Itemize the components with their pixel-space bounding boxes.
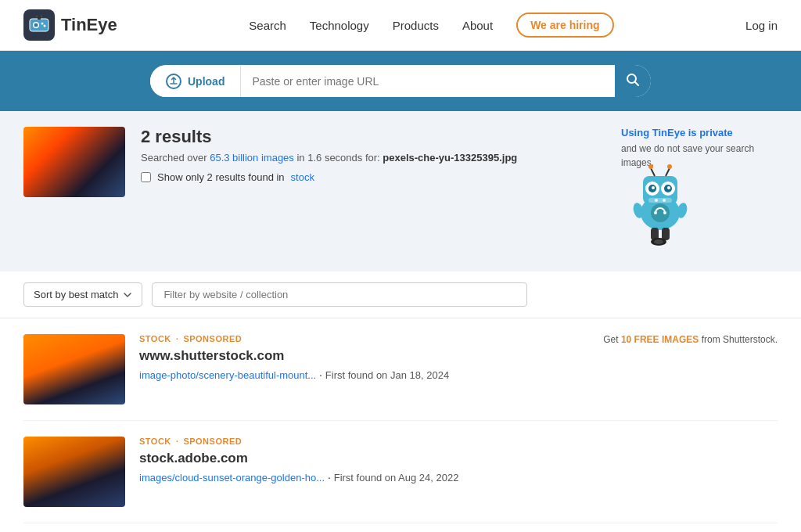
result-tags-2: STOCK · SPONSORED — [139, 437, 242, 446]
svg-point-17 — [667, 186, 670, 189]
logo-text: TinEye — [61, 15, 117, 35]
results-summary-area: 2 results Searched over 65.3 billion ima… — [0, 111, 801, 271]
svg-point-23 — [655, 199, 658, 202]
stock-checkbox-label: Show only 2 results found in stock — [141, 171, 517, 183]
result-item-info-2: STOCK · SPONSORED stock.adobe.com images… — [139, 437, 778, 483]
robot-illustration — [621, 154, 699, 248]
stock-checkbox[interactable] — [141, 172, 151, 182]
svg-point-7 — [41, 16, 42, 17]
svg-point-16 — [652, 186, 655, 189]
dot-separator-2: · — [176, 437, 179, 446]
chevron-down-icon — [123, 290, 132, 300]
svg-point-4 — [44, 25, 46, 27]
result-tags-1: STOCK · SPONSORED — [139, 334, 242, 343]
sponsored-note-1: Get 10 FREE IMAGES from Shutterstock. — [603, 334, 778, 345]
result-path-date-1: image-photo/scenery-beautiful-mount... ·… — [139, 368, 778, 381]
result-path-link-2[interactable]: images/cloud-sunset-orange-golden-ho... — [139, 472, 325, 483]
result-tag2-2: SPONSORED — [183, 437, 242, 446]
checkbox-label-text: Show only 2 results found in — [157, 171, 285, 183]
results-right: Using TinEye is private and we do not sa… — [621, 127, 778, 248]
svg-point-21 — [667, 164, 672, 169]
searched-suffix: in 1.6 seconds for: — [294, 152, 383, 164]
result-date-separator-2: · — [328, 471, 334, 483]
result-path-date-2: images/cloud-sunset-orange-golden-ho... … — [139, 471, 778, 483]
search-submit-button[interactable] — [615, 65, 651, 97]
site-header: TinEye Search Technology Products About … — [0, 0, 801, 51]
svg-rect-22 — [648, 198, 672, 203]
svg-point-24 — [663, 199, 666, 202]
url-input[interactable] — [241, 67, 615, 95]
svg-point-27 — [663, 211, 666, 214]
svg-line-18 — [651, 168, 655, 176]
nav-technology[interactable]: Technology — [310, 19, 369, 32]
result-item: STOCK · SPONSORED Get 10 FREE IMAGES fro… — [23, 318, 778, 421]
results-list: STOCK · SPONSORED Get 10 FREE IMAGES fro… — [0, 318, 801, 523]
result-date-separator-1: · — [319, 368, 325, 381]
upload-icon — [166, 74, 181, 89]
svg-point-2 — [34, 23, 38, 27]
results-left: 2 results Searched over 65.3 billion ima… — [23, 127, 517, 197]
result-header-row-2: STOCK · SPONSORED — [139, 437, 778, 451]
privacy-link[interactable]: Using TinEye is private — [621, 127, 778, 138]
result-tag1-1: STOCK — [139, 334, 171, 343]
svg-point-19 — [648, 164, 653, 169]
result-item: STOCK · SPONSORED stock.adobe.com images… — [23, 421, 778, 523]
svg-point-25 — [651, 203, 670, 222]
logo-icon — [23, 9, 55, 41]
svg-point-6 — [36, 16, 38, 17]
svg-rect-31 — [662, 228, 670, 240]
search-bar: Upload — [0, 51, 801, 111]
result-item-info-1: STOCK · SPONSORED Get 10 FREE IMAGES fro… — [139, 334, 778, 381]
svg-point-33 — [654, 239, 663, 244]
search-description: Searched over 65.3 billion images in 1.6… — [141, 152, 517, 164]
result-date-2: First found on Aug 24, 2022 — [334, 472, 459, 483]
billion-images-link[interactable]: 65.3 billion images — [210, 152, 294, 164]
sponsored-prefix-1: Get — [603, 334, 621, 345]
sort-select[interactable]: Sort by best match — [23, 282, 142, 307]
upload-button[interactable]: Upload — [150, 66, 241, 97]
result-date-1: First found on Jan 18, 2024 — [325, 369, 449, 381]
svg-line-9 — [635, 82, 639, 86]
svg-point-3 — [41, 23, 44, 25]
result-path-link-1[interactable]: image-photo/scenery-beautiful-mount... — [139, 369, 316, 381]
main-nav: Search Technology Products About We are … — [249, 13, 613, 38]
query-thumbnail — [23, 127, 125, 197]
nav-about[interactable]: About — [462, 19, 493, 32]
result-thumbnail-2 — [23, 437, 125, 507]
hiring-button[interactable]: We are hiring — [516, 13, 613, 38]
dot-separator-1: · — [176, 334, 179, 343]
svg-point-26 — [654, 211, 657, 214]
login-button[interactable]: Log in — [745, 19, 778, 32]
sponsored-suffix-1: from Shutterstock. — [699, 334, 778, 345]
filter-input[interactable] — [152, 282, 527, 307]
result-thumbnail-1 — [23, 334, 125, 404]
filter-bar: Sort by best match — [0, 271, 801, 318]
sort-label: Sort by best match — [34, 289, 118, 300]
search-icon — [626, 73, 640, 87]
svg-rect-5 — [38, 16, 41, 20]
result-domain-2: stock.adobe.com — [139, 451, 778, 466]
result-tag1-2: STOCK — [139, 437, 171, 446]
search-input-wrap: Upload — [150, 65, 651, 97]
result-domain-1: www.shutterstock.com — [139, 348, 778, 364]
results-info: 2 results Searched over 65.3 billion ima… — [141, 127, 517, 183]
nav-search[interactable]: Search — [249, 19, 286, 32]
searched-prefix: Searched over — [141, 152, 210, 164]
svg-line-20 — [666, 168, 670, 176]
logo-link[interactable]: TinEye — [23, 9, 117, 41]
results-count: 2 results — [141, 127, 517, 147]
result-header-row-1: STOCK · SPONSORED Get 10 FREE IMAGES fro… — [139, 334, 778, 348]
searched-filename: pexels-che-yu-13325395.jpg — [383, 152, 517, 164]
nav-products[interactable]: Products — [393, 19, 439, 32]
result-tag2-1: SPONSORED — [183, 334, 242, 343]
stock-link[interactable]: stock — [291, 171, 314, 183]
upload-label: Upload — [188, 75, 224, 88]
sponsored-highlight-1: 10 FREE IMAGES — [621, 334, 699, 345]
